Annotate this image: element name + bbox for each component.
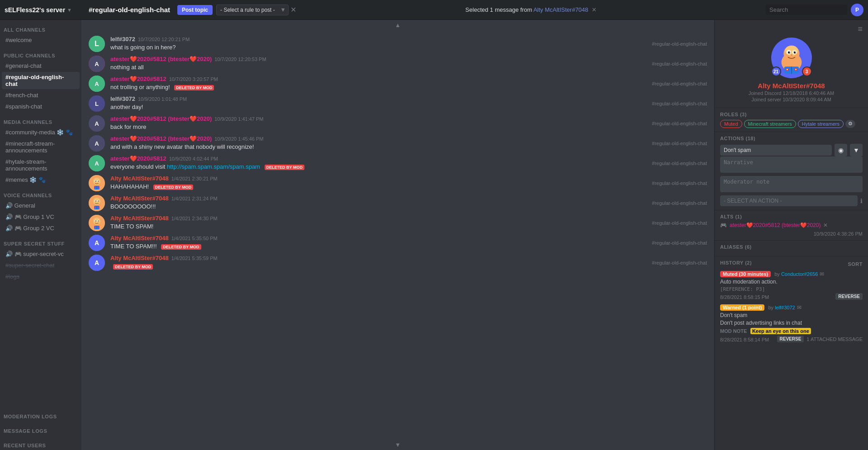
alt-remove-icon[interactable]: ✕ <box>823 222 828 228</box>
message-timestamp: 10/9/2020 1:41:47 PM <box>214 116 263 122</box>
sidebar-item-group1-vc[interactable]: 🔊 🎮 Group 1 VC <box>2 212 80 222</box>
message-timestamp: 1/4/2021 5:35:50 PM <box>171 236 218 241</box>
history-item-warned: Warned (1 point) by lelf#3072 ✉ Don't sp… <box>720 304 863 342</box>
avatar: A <box>89 76 105 92</box>
message-username[interactable]: atester❤️2020#5812 (btester❤️2020) <box>110 56 212 62</box>
sidebar-item-general-chat[interactable]: #general-chat <box>2 61 80 71</box>
message-channel-ref: #regular-old-english-chat <box>652 61 707 66</box>
message-username[interactable]: Alty McAltISter#7048 <box>110 195 169 202</box>
message-timestamp: 1/4/2021 5:35:59 PM <box>171 256 218 261</box>
message-text: nothing at all <box>110 63 707 71</box>
sidebar-item-french-chat[interactable]: #french-chat <box>2 90 80 100</box>
sidebar-item-general-vc[interactable]: 🔊 General <box>2 200 80 211</box>
history-timestamp-2: 8/28/2021 8:58:14 PM <box>720 337 769 342</box>
sidebar-item-minecraft-stream[interactable]: #minecraft-stream-announcements <box>2 138 80 156</box>
reverse-button-2[interactable]: REVERSE <box>777 336 804 342</box>
avatar <box>89 215 105 231</box>
sidebar-item-memes[interactable]: #memes ❄️ 🐾 <box>2 175 80 185</box>
mail-icon-2[interactable]: ✉ <box>797 304 802 311</box>
avatar: L <box>89 36 105 52</box>
rp-username[interactable]: Alty McAltISter#7048 <box>758 82 825 90</box>
message-username[interactable]: Alty McAltISter#7048 <box>110 175 169 182</box>
actions-title: ACTIONS (18) <box>720 136 863 141</box>
message-username[interactable]: atester❤️2020#5812 (btester❤️2020) <box>110 115 212 122</box>
narrative-textarea[interactable] <box>720 156 863 173</box>
role-hytale[interactable]: Hytale streamers <box>798 120 844 128</box>
action-dropdown-btn[interactable]: ▼ <box>850 144 863 156</box>
history-timestamp-1: 8/28/2021 8:58:15 PM <box>720 294 769 300</box>
search-input[interactable] <box>766 5 847 15</box>
sidebar-item-community-media[interactable]: #community-media ❄️ 🐾 <box>2 127 80 137</box>
message-timestamp: 1/4/2021 2:31:24 PM <box>171 196 218 201</box>
sidebar-item-super-chat[interactable]: #super-secret-chat <box>2 260 80 270</box>
select-action-dropdown[interactable]: - SELECT AN ACTION - <box>720 195 858 206</box>
scroll-up-arrow[interactable]: ▲ <box>81 20 714 30</box>
dont-spam-select[interactable]: Don't spam <box>720 145 832 156</box>
avatar: A <box>89 255 105 271</box>
role-minecraft[interactable]: Minecraft streamers <box>744 120 796 128</box>
message-timestamp: 10/7/2020 3:20:57 PM <box>169 76 218 82</box>
history-text-2a: Don't spam <box>720 312 863 318</box>
close-selection-icon[interactable]: ✕ <box>592 6 597 13</box>
action-white-btn[interactable]: ◉ <box>835 144 847 156</box>
attached-message-count[interactable]: 1 ATTACHED MESSAGE <box>806 336 863 342</box>
sidebar-item-regular-chat[interactable]: #regular-old-english-chat <box>2 72 80 89</box>
message-username[interactable]: lelf#3072 <box>110 95 135 102</box>
spam-link[interactable]: http://spam.spam.spam/spam.spam <box>167 163 260 170</box>
svg-text:A: A <box>95 239 99 246</box>
mod-note-textarea[interactable] <box>720 176 863 192</box>
alt-username[interactable]: atester❤️2020#5812 (btester❤️2020) <box>730 222 821 228</box>
reverse-button-1[interactable]: REVERSE <box>835 293 863 300</box>
scroll-down-arrow[interactable]: ▼ <box>81 440 714 450</box>
message-channel-ref: #regular-old-english-chat <box>652 260 707 265</box>
svg-text:A: A <box>95 81 99 87</box>
rule-select[interactable]: - Select a rule to post - <box>216 5 289 15</box>
all-channels-label: ALL CHANNELS <box>0 20 81 34</box>
info-icon[interactable]: ℹ <box>860 198 863 204</box>
rp-avatar-wrap: 21 3 <box>771 38 812 78</box>
message-content: Alty McAltISter#7048 1/4/2021 2:34:30 PM… <box>110 215 707 231</box>
close-rule-icon[interactable]: ✕ <box>290 5 296 14</box>
sidebar-item-welcome[interactable]: #welcome <box>2 35 80 45</box>
rp-joined-server: Joined server 10/3/2020 8:09:44 AM <box>751 97 831 102</box>
menu-icon[interactable]: ≡ <box>858 24 863 34</box>
sidebar-item-hytale-stream[interactable]: #hytale-stream-announcements <box>2 156 80 174</box>
rp-joined-discord: Joined Discord 12/18/2018 6:40:46 AM <box>749 90 835 96</box>
table-row: L lelf#3072 10/7/2020 12:20:21 PM what i… <box>81 34 714 54</box>
sort-button[interactable]: SORT <box>848 261 863 267</box>
sidebar-item-spanish-chat[interactable]: #spanish-chat <box>2 101 80 112</box>
svg-text:L: L <box>95 40 99 47</box>
rp-aliases-section: ALIASES (6) <box>715 240 868 256</box>
message-username[interactable]: Alty McAltISter#7048 <box>110 255 169 261</box>
role-muted[interactable]: Muted <box>720 120 742 128</box>
message-username[interactable]: Alty McAltISter#7048 <box>110 235 169 242</box>
svg-point-42 <box>98 221 99 222</box>
message-timestamp: 10/9/2020 1:01:48 PM <box>138 96 187 102</box>
sidebar-item-group2-vc[interactable]: 🔊 🎮 Group 2 VC <box>2 223 80 233</box>
sidebar-bottom: MODERATION LOGS MESSAGE LOGS RECENT USER… <box>0 407 81 450</box>
message-text: and with a shiny new avatar that nobody … <box>110 143 707 151</box>
message-username[interactable]: atester❤️2020#5812 <box>110 155 166 162</box>
history-actor-2[interactable]: lelf#3072 <box>775 305 795 310</box>
message-username[interactable]: atester❤️2020#5812 (btester❤️2020) <box>110 135 212 142</box>
server-chevron-icon: ▼ <box>67 7 72 13</box>
deleted-badge: DELETED BY MOD <box>161 244 201 250</box>
role-gear-icon[interactable]: ⚙ <box>845 120 855 128</box>
table-row: A atester❤️2020#5812 10/9/2020 4:02:44 P… <box>81 153 714 173</box>
message-username[interactable]: atester❤️2020#5812 <box>110 76 166 82</box>
sidebar-item-logs[interactable]: #logs <box>2 271 80 282</box>
message-username[interactable]: lelf#3072 <box>110 36 135 43</box>
mail-icon-1[interactable]: ✉ <box>820 271 824 277</box>
message-content: lelf#3072 10/7/2020 12:20:21 PM what is … <box>110 36 707 52</box>
message-username[interactable]: Alty McAltISter#7048 <box>110 215 169 222</box>
message-content: atester❤️2020#5812 (btester❤️2020) 10/7/… <box>110 56 707 71</box>
post-topic-button[interactable]: Post topic <box>177 5 213 15</box>
selected-message-notice: Selected 1 message from Alty McAltISter#… <box>300 6 762 13</box>
sidebar-item-super-vc[interactable]: 🔊 🎮 super-secret-vc <box>2 249 80 259</box>
top-bar: sELFless22's server ▼ #regular-old-engli… <box>0 0 868 20</box>
avatar: A <box>89 235 105 251</box>
server-name[interactable]: sELFless22's server ▼ <box>5 6 81 14</box>
right-panel: ≡ <box>714 20 868 450</box>
svg-text:A: A <box>95 259 99 266</box>
history-actor-1[interactable]: Conductor#2656 <box>781 271 818 277</box>
